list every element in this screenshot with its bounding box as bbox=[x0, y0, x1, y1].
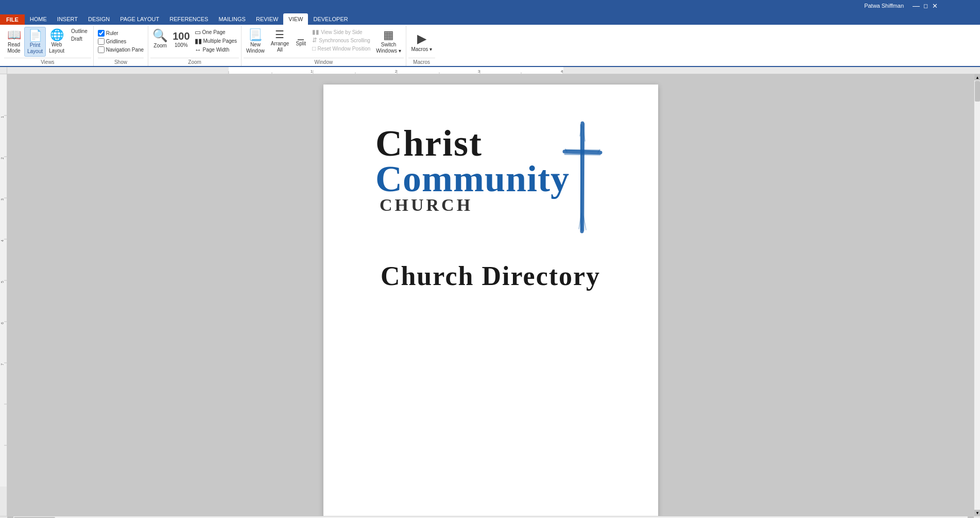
svg-line-37 bbox=[564, 152, 600, 153]
zoom-group-label: Zoom bbox=[150, 58, 239, 66]
web-layout-icon: 🌐 bbox=[50, 28, 64, 42]
outline-button[interactable]: Outline bbox=[70, 28, 89, 35]
zoom-100-label: 100% bbox=[175, 42, 188, 48]
switch-windows-button[interactable]: ▦ SwitchWindows ▾ bbox=[373, 27, 403, 56]
tab-design[interactable]: DESIGN bbox=[83, 13, 115, 25]
scrollbar-horizontal-container: ◀ ▶ bbox=[0, 516, 980, 518]
synchronous-scrolling-button[interactable]: ⇵ Synchronous Scrolling bbox=[312, 37, 370, 44]
main-area: 1 2 3 4 5 6 7 Christ Communit bbox=[0, 74, 980, 516]
print-layout-icon: 📄 bbox=[28, 29, 42, 42]
macros-icon: ▶ bbox=[417, 31, 426, 46]
scrollbar-corner bbox=[974, 67, 980, 74]
print-layout-button[interactable]: 📄 Print Layout bbox=[24, 27, 46, 57]
svg-text:2: 2 bbox=[1, 157, 4, 159]
svg-text:2: 2 bbox=[395, 69, 398, 74]
restore-button[interactable]: ◻ bbox=[921, 2, 930, 10]
svg-text:6: 6 bbox=[1, 322, 4, 324]
scrollbar-vertical[interactable]: ▲ ▼ bbox=[974, 74, 980, 516]
scroll-up-button[interactable]: ▲ bbox=[974, 74, 980, 80]
zoom-group: 🔍 Zoom 100 100% ▭ One Page ▮▮ Multiple P… bbox=[148, 26, 242, 66]
arrange-all-button[interactable]: ☰ Arrange All bbox=[268, 27, 292, 55]
switch-windows-label: SwitchWindows ▾ bbox=[376, 42, 401, 54]
show-group: Ruler Gridlines Navigation Pane Show bbox=[94, 26, 148, 66]
tab-home[interactable]: HOME bbox=[25, 13, 52, 25]
web-layout-label: Web Layout bbox=[49, 42, 64, 54]
switch-windows-icon: ▦ bbox=[383, 28, 394, 42]
split-icon: ⎯ bbox=[298, 28, 304, 41]
title-bar-user: Patwa Shiffman bbox=[864, 3, 904, 9]
church-logo: Christ Communit y CHURCH bbox=[375, 126, 606, 235]
macros-button[interactable]: ▶ Macros ▾ bbox=[408, 30, 435, 54]
reset-window-position-button[interactable]: □ Reset Window Position bbox=[312, 45, 370, 52]
zoom-icon: 🔍 bbox=[152, 28, 168, 43]
cross-symbol bbox=[559, 121, 606, 235]
macros-label: Macros ▾ bbox=[411, 46, 432, 53]
church-label-text: CHURCH bbox=[375, 195, 473, 215]
page-width-button[interactable]: ↔ Page Width bbox=[195, 46, 237, 54]
scroll-track bbox=[974, 80, 980, 510]
zoom-100-icon: 100 bbox=[173, 28, 190, 42]
navigation-pane-checkbox-label[interactable]: Navigation Pane bbox=[98, 46, 144, 53]
one-page-button[interactable]: ▭ One Page bbox=[195, 28, 237, 36]
zoom-100-button[interactable]: 100 100% bbox=[170, 27, 192, 49]
svg-text:5: 5 bbox=[1, 281, 4, 283]
navigation-pane-checkbox[interactable] bbox=[98, 46, 105, 53]
svg-text:7: 7 bbox=[1, 363, 4, 365]
tab-review[interactable]: REVIEW bbox=[251, 13, 283, 25]
tab-mailings[interactable]: MAILINGS bbox=[213, 13, 251, 25]
views-group: 📖 Read Mode 📄 Print Layout 🌐 Web Layout … bbox=[2, 26, 94, 66]
svg-text:1: 1 bbox=[1, 116, 4, 118]
new-window-icon: 📃 bbox=[248, 28, 262, 42]
directory-title: Church Directory bbox=[381, 261, 600, 291]
tab-view[interactable]: VIEW bbox=[283, 13, 308, 25]
read-mode-label: Read Mode bbox=[7, 42, 20, 54]
show-group-label: Show bbox=[98, 58, 144, 66]
ruler-checkbox-label[interactable]: Ruler bbox=[98, 30, 144, 37]
read-mode-icon: 📖 bbox=[7, 28, 21, 42]
svg-text:4: 4 bbox=[561, 69, 563, 74]
tab-file[interactable]: FILE bbox=[0, 14, 25, 25]
print-layout-label: Print Layout bbox=[27, 42, 43, 55]
ruler-checkbox[interactable] bbox=[98, 30, 105, 37]
zoom-label: Zoom bbox=[153, 43, 167, 48]
read-mode-button[interactable]: 📖 Read Mode bbox=[4, 27, 24, 56]
close-button[interactable]: ✕ bbox=[931, 2, 939, 10]
window-group-label: Window bbox=[244, 58, 404, 66]
zoom-button[interactable]: 🔍 Zoom bbox=[150, 27, 170, 50]
multiple-pages-button[interactable]: ▮▮ Multiple Pages bbox=[195, 37, 237, 45]
gridlines-checkbox[interactable] bbox=[98, 38, 105, 45]
arrange-all-icon: ☰ bbox=[275, 28, 284, 41]
christ-text: Christ bbox=[375, 126, 483, 161]
community-text: Communit y bbox=[375, 161, 570, 196]
svg-text:3: 3 bbox=[1, 198, 4, 200]
svg-line-39 bbox=[565, 154, 600, 155]
ruler-vertical: 1 2 3 4 5 6 7 bbox=[0, 74, 7, 516]
svg-line-38 bbox=[565, 150, 599, 151]
scroll-thumb[interactable] bbox=[975, 81, 980, 102]
ruler-v-svg: 1 2 3 4 5 6 7 bbox=[0, 74, 7, 516]
web-layout-button[interactable]: 🌐 Web Layout bbox=[46, 27, 67, 56]
ruler-corner bbox=[0, 67, 7, 74]
macros-group-label: Macros bbox=[408, 58, 435, 66]
document-area[interactable]: Christ Communit y CHURCH bbox=[7, 74, 974, 516]
arrange-all-label: Arrange All bbox=[271, 41, 289, 53]
split-label: Split bbox=[296, 41, 306, 47]
draft-button[interactable]: Draft bbox=[70, 36, 89, 42]
gridlines-checkbox-label[interactable]: Gridlines bbox=[98, 38, 144, 45]
tab-page-layout[interactable]: PAGE LAYOUT bbox=[115, 13, 164, 25]
new-window-label: New Window bbox=[246, 42, 265, 54]
new-window-button[interactable]: 📃 New Window bbox=[244, 27, 267, 56]
tab-references[interactable]: REFERENCES bbox=[164, 13, 213, 25]
view-side-by-side-button[interactable]: ▮▮ View Side by Side bbox=[312, 28, 370, 36]
ruler-h-svg: 1 2 3 4 bbox=[7, 67, 974, 74]
document-page: Christ Communit y CHURCH bbox=[323, 85, 658, 516]
tab-insert[interactable]: INSERT bbox=[52, 13, 83, 25]
minimize-button[interactable]: — bbox=[912, 2, 920, 10]
split-button[interactable]: ⎯ Split bbox=[293, 27, 309, 48]
views-group-label: Views bbox=[4, 58, 91, 66]
scroll-down-button[interactable]: ▼ bbox=[974, 510, 980, 516]
ruler-horizontal: 1 2 3 4 bbox=[7, 67, 974, 74]
tab-developer[interactable]: DEVELOPER bbox=[308, 13, 353, 25]
macros-group: ▶ Macros ▾ Macros bbox=[406, 26, 437, 66]
window-group: 📃 New Window ☰ Arrange All ⎯ Split ▮▮ Vi… bbox=[242, 26, 406, 66]
